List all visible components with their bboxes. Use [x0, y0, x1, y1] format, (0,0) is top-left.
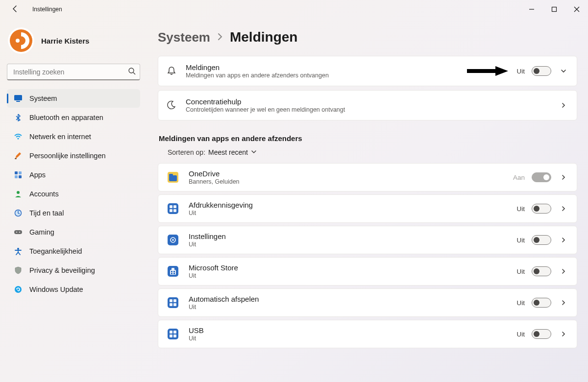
- app-row-settings[interactable]: Instellingen Uit Uit: [158, 226, 577, 254]
- bluetooth-icon: [14, 113, 23, 122]
- expand-chevron-icon[interactable]: [558, 68, 569, 74]
- svg-rect-28: [173, 205, 176, 208]
- sidebar-item-apps[interactable]: Apps: [7, 166, 140, 184]
- main-content: Systeem Meldingen Meldingen Meldingen va…: [147, 19, 588, 382]
- svg-rect-16: [14, 230, 22, 234]
- close-button[interactable]: [565, 0, 588, 19]
- svg-rect-10: [15, 171, 18, 174]
- svg-point-14: [17, 191, 20, 194]
- sidebar-item-personalization[interactable]: Persoonlijke instellingen: [7, 146, 140, 165]
- sidebar-nav: Systeem Bluetooth en apparaten Netwerk e…: [7, 89, 140, 299]
- sidebar-item-windows-update[interactable]: Windows Update: [7, 280, 140, 299]
- settings-app-icon: [166, 233, 180, 247]
- svg-rect-49: [170, 334, 172, 337]
- app-toggle[interactable]: [532, 266, 551, 276]
- store-icon: [166, 264, 180, 278]
- svg-marker-22: [495, 66, 508, 76]
- window-controls: [520, 0, 588, 19]
- sidebar-item-label: Apps: [29, 171, 46, 179]
- app-title: OneDrive: [189, 169, 504, 178]
- app-row-print-notification[interactable]: Afdrukkennisgeving Uit Uit: [158, 194, 577, 223]
- sidebar-item-bluetooth[interactable]: Bluetooth en apparaten: [7, 108, 140, 127]
- breadcrumb-current: Meldingen: [230, 29, 297, 45]
- svg-point-4: [129, 68, 134, 73]
- app-row-microsoft-store[interactable]: Microsoft Store Uit Uit: [158, 257, 577, 286]
- chevron-right-icon: [558, 237, 569, 243]
- generic-app-icon: [166, 296, 180, 310]
- update-icon: [14, 285, 23, 294]
- sidebar-item-gaming[interactable]: Gaming: [7, 223, 140, 241]
- chevron-right-icon: [558, 102, 569, 109]
- sidebar-item-label: Tijd en taal: [29, 209, 64, 217]
- annotation-arrow: [466, 66, 508, 76]
- svg-rect-46: [168, 329, 178, 339]
- minimize-button[interactable]: [520, 0, 543, 19]
- app-toggle[interactable]: [532, 298, 551, 308]
- window-title: Instellingen: [32, 6, 62, 13]
- sidebar-item-accounts[interactable]: Accounts: [7, 185, 140, 203]
- sidebar-item-label: Toegankelijkheid: [29, 247, 82, 255]
- shield-icon: [14, 266, 23, 275]
- toggle-state-label: Uit: [517, 237, 525, 244]
- app-toggle[interactable]: [532, 235, 551, 245]
- card-subtitle: Controletijden wanneer je wel en geen me…: [186, 106, 549, 113]
- app-row-onedrive[interactable]: OneDrive Banners, Geluiden Aan: [158, 163, 577, 191]
- app-subtitle: Uit: [189, 272, 508, 279]
- back-button[interactable]: [8, 2, 23, 16]
- paintbrush-icon: [14, 151, 23, 160]
- svg-rect-27: [170, 205, 172, 208]
- sidebar-item-label: Accounts: [29, 190, 59, 198]
- sidebar-item-accessibility[interactable]: Toegankelijkheid: [7, 242, 140, 261]
- app-toggle[interactable]: [532, 329, 551, 339]
- sidebar-item-label: Netwerk en internet: [29, 133, 91, 141]
- search-icon: [128, 67, 136, 76]
- sidebar-item-network[interactable]: Netwerk en internet: [7, 127, 140, 146]
- breadcrumb-parent[interactable]: Systeem: [158, 30, 210, 45]
- sort-value: Meest recent: [208, 148, 248, 156]
- svg-rect-45: [173, 303, 176, 306]
- svg-rect-50: [173, 334, 176, 337]
- sidebar-item-system[interactable]: Systeem: [7, 89, 140, 108]
- app-toggle[interactable]: [532, 204, 551, 214]
- maximize-button[interactable]: [543, 0, 565, 19]
- search-input[interactable]: [7, 64, 140, 80]
- notifications-card[interactable]: Meldingen Meldingen van apps en andere a…: [158, 56, 577, 86]
- app-row-autoplay[interactable]: Automatisch afspelen Uit Uit: [158, 288, 577, 317]
- generic-app-icon: [166, 327, 180, 341]
- focus-assist-card[interactable]: Concentratiehulp Controletijden wanneer …: [158, 90, 577, 120]
- chevron-right-icon: [558, 174, 569, 181]
- app-subtitle: Uit: [189, 335, 508, 342]
- wifi-icon: [14, 132, 23, 141]
- app-row-usb[interactable]: USB Uit Uit: [158, 320, 577, 348]
- profile-block[interactable]: Harrie Kisters: [7, 24, 140, 58]
- chevron-down-icon: [251, 148, 257, 156]
- app-subtitle: Uit: [189, 304, 508, 310]
- svg-point-3: [16, 39, 20, 43]
- svg-rect-7: [16, 101, 20, 102]
- toggle-state-label: Uit: [517, 331, 525, 338]
- toggle-state-label: Uit: [517, 268, 525, 275]
- toggle-state-label: Uit: [517, 205, 525, 213]
- svg-rect-36: [172, 268, 174, 270]
- svg-rect-42: [170, 299, 172, 302]
- sidebar-item-time-language[interactable]: Tijd en taal: [7, 204, 140, 222]
- toggle-state-label: Uit: [517, 299, 525, 307]
- titlebar: Instellingen: [0, 0, 588, 19]
- notifications-toggle[interactable]: [532, 66, 551, 76]
- svg-rect-30: [173, 209, 176, 212]
- sidebar-item-privacy[interactable]: Privacy & beveiliging: [7, 261, 140, 280]
- svg-rect-40: [173, 273, 175, 274]
- search-field[interactable]: [12, 68, 128, 76]
- sidebar-item-label: Gaming: [29, 228, 54, 236]
- svg-rect-37: [171, 271, 172, 272]
- apps-icon: [14, 170, 23, 179]
- svg-point-19: [17, 248, 19, 250]
- bell-icon: [166, 66, 177, 76]
- sort-label: Sorteren op:: [168, 148, 205, 156]
- app-notifications-heading: Meldingen van apps en andere afzenders: [159, 134, 576, 143]
- svg-rect-1: [552, 7, 557, 12]
- sort-row[interactable]: Sorteren op: Meest recent: [168, 148, 576, 156]
- svg-point-33: [172, 239, 174, 241]
- app-toggle[interactable]: [532, 172, 551, 182]
- chevron-right-icon: [558, 268, 569, 275]
